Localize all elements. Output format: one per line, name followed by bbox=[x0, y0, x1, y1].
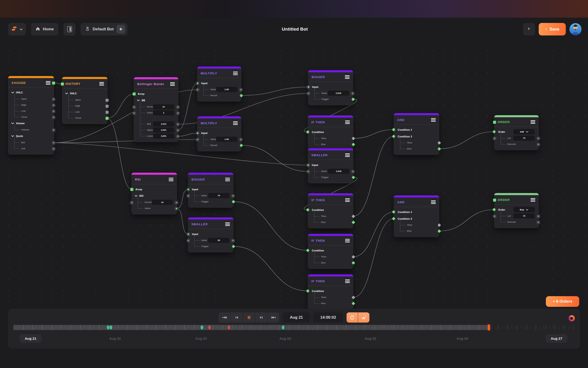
save-button[interactable]: ↑ Save bbox=[539, 23, 566, 36]
value-input[interactable]: 2 bbox=[153, 110, 174, 115]
node-xauusd[interactable]: XAUUSDOHLCOpenHighLowCloseVolumeVolumeQu… bbox=[8, 76, 54, 155]
node-ifthen1[interactable]: IF THENConditionThenElse bbox=[308, 115, 353, 150]
port-dot[interactable] bbox=[52, 147, 55, 151]
port-if2-then[interactable] bbox=[352, 214, 355, 218]
port-if3-else[interactable] bbox=[352, 261, 355, 265]
node-menu-icon[interactable] bbox=[225, 178, 230, 181]
node-menu-icon[interactable] bbox=[46, 81, 51, 85]
port-dot[interactable] bbox=[130, 201, 134, 204]
port-m2-value[interactable] bbox=[196, 138, 199, 141]
bot-selector[interactable]: Default Bot + bbox=[80, 23, 128, 36]
date-label-aug-21[interactable]: Aug 21 bbox=[20, 334, 41, 343]
node-bigger1[interactable]: BIGGERInputValue2,018Trigger bbox=[308, 70, 353, 105]
node-ifthen2[interactable]: IF THENConditionThenElse bbox=[308, 193, 353, 228]
value-input[interactable]: 21 bbox=[153, 104, 174, 109]
node-order2[interactable]: ORDEROrderBuyLot70Execute bbox=[494, 193, 539, 228]
node-ifthen4[interactable]: IF THENConditionThenElse bbox=[308, 274, 353, 309]
value-input[interactable]: 2,018 bbox=[328, 169, 349, 174]
port-dot[interactable] bbox=[537, 221, 540, 224]
port-b2-trigger[interactable] bbox=[232, 200, 236, 203]
port-dot[interactable] bbox=[176, 111, 180, 115]
user-avatar[interactable] bbox=[570, 23, 581, 35]
port-history-title[interactable] bbox=[61, 82, 64, 86]
node-ifthen3[interactable]: IF THENConditionThenElse bbox=[308, 234, 353, 269]
port-dot[interactable] bbox=[132, 111, 136, 115]
green-event-marker[interactable] bbox=[201, 325, 203, 330]
port-s1-value[interactable] bbox=[307, 170, 310, 173]
port-dot[interactable] bbox=[239, 138, 243, 141]
port-xauusd-bid[interactable] bbox=[52, 141, 55, 145]
port-b1-value[interactable] bbox=[307, 92, 310, 95]
port-dot[interactable] bbox=[493, 137, 496, 140]
logo-menu-button[interactable] bbox=[8, 23, 26, 36]
port-dot[interactable] bbox=[493, 215, 496, 218]
value-input[interactable]: 1.05 bbox=[216, 87, 237, 92]
port-m1-value[interactable] bbox=[196, 88, 199, 92]
port-sq-green[interactable] bbox=[493, 198, 496, 202]
node-menu-icon[interactable] bbox=[431, 201, 436, 204]
port-if2-else[interactable] bbox=[352, 220, 355, 224]
node-menu-icon[interactable] bbox=[169, 178, 173, 181]
node-history[interactable]: HISTORYOHLCOpenHighLowClose bbox=[62, 77, 107, 124]
port-a2-c2[interactable] bbox=[392, 217, 396, 221]
node-and1[interactable]: ANDCondition 1Condition 2ThenElse bbox=[394, 113, 439, 155]
value-input[interactable]: 2,018 bbox=[328, 91, 349, 96]
port-b1-trigger[interactable] bbox=[351, 97, 355, 101]
node-bigger2[interactable]: BIGGERInputValue70Trigger bbox=[188, 173, 233, 208]
step-back-button[interactable] bbox=[231, 312, 243, 322]
node-menu-icon[interactable] bbox=[345, 239, 350, 242]
port-a1-c1[interactable] bbox=[392, 128, 396, 132]
port-rsi-array[interactable] bbox=[130, 188, 134, 191]
value-input[interactable]: 2,021 bbox=[153, 128, 174, 133]
value-input[interactable]: 2,001 bbox=[153, 133, 174, 138]
node-menu-icon[interactable] bbox=[345, 75, 350, 79]
node-menu-icon[interactable] bbox=[170, 82, 175, 86]
node-smaller1[interactable]: SMALLERInputValue2,018Trigger bbox=[308, 148, 353, 183]
order-side-select[interactable]: Sell bbox=[513, 129, 535, 134]
node-menu-icon[interactable] bbox=[531, 120, 535, 124]
port-s2-trigger[interactable] bbox=[232, 245, 236, 248]
node-and2[interactable]: ANDCondition 1Condition 2ThenElse bbox=[394, 195, 439, 237]
port-bb-array[interactable] bbox=[132, 92, 136, 96]
port-sq-gray[interactable] bbox=[105, 99, 109, 102]
node-multiply1[interactable]: MULTIPLYInputValue1.05Result bbox=[197, 66, 241, 101]
port-if1-else[interactable] bbox=[352, 143, 355, 146]
port-m2-input[interactable] bbox=[196, 131, 199, 135]
skip-end-button[interactable] bbox=[268, 312, 280, 322]
current-time-chip[interactable]: 14:00:02 bbox=[313, 312, 343, 322]
port-sq-gray[interactable] bbox=[105, 104, 109, 108]
port-m2-result[interactable] bbox=[240, 143, 243, 147]
port-dot[interactable] bbox=[537, 137, 540, 140]
port-sq-green[interactable] bbox=[493, 120, 496, 124]
pause-button[interactable] bbox=[243, 312, 255, 322]
step-forward-button[interactable] bbox=[255, 312, 267, 322]
port-dot[interactable] bbox=[231, 194, 235, 198]
port-o1-order[interactable] bbox=[492, 130, 496, 134]
run-button[interactable] bbox=[523, 23, 535, 36]
port-dot[interactable] bbox=[176, 105, 180, 109]
port-a1-then[interactable] bbox=[438, 141, 441, 145]
port-dot[interactable] bbox=[187, 239, 190, 242]
port-bb-mid[interactable] bbox=[176, 123, 180, 126]
port-dot[interactable] bbox=[537, 215, 540, 218]
node-menu-icon[interactable] bbox=[345, 120, 350, 124]
value-input[interactable]: 2,012 bbox=[153, 121, 174, 127]
port-if3-condition[interactable] bbox=[306, 249, 310, 252]
port-a2-then[interactable] bbox=[438, 223, 441, 227]
node-multiply2[interactable]: MULTIPLYInputValue1.05Result bbox=[197, 116, 241, 151]
port-if4-condition[interactable] bbox=[306, 289, 310, 293]
value-input[interactable]: 30 bbox=[208, 238, 229, 243]
node-menu-icon[interactable] bbox=[345, 198, 350, 202]
port-dot[interactable] bbox=[351, 170, 355, 173]
port-dot[interactable] bbox=[537, 143, 540, 146]
red-event-marker[interactable] bbox=[228, 325, 230, 330]
node-bb[interactable]: Bollinger BandsArrayBBPeriod21STDV2Mid2,… bbox=[134, 77, 178, 142]
port-dot[interactable] bbox=[187, 194, 190, 198]
value-input[interactable]: 70 bbox=[208, 193, 229, 198]
node-menu-icon[interactable] bbox=[233, 121, 238, 125]
timeline-playhead[interactable] bbox=[488, 324, 490, 331]
current-date-chip[interactable]: Aug 21 bbox=[283, 312, 310, 322]
home-button[interactable]: Home bbox=[31, 23, 58, 36]
port-dot[interactable] bbox=[239, 88, 243, 92]
timeline-ruler[interactable] bbox=[14, 325, 574, 330]
